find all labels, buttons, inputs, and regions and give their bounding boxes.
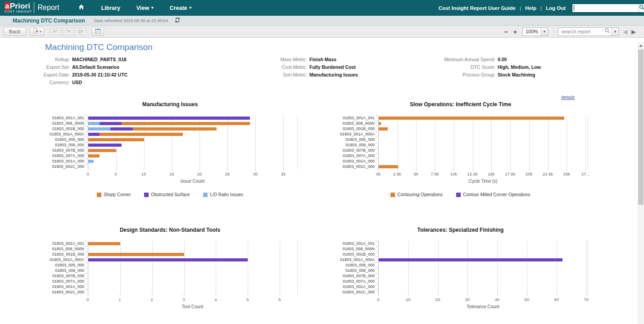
y-axis-label: 01803_007A_000 [333, 279, 378, 284]
meta-label: Process Group: [414, 71, 495, 79]
zoom-level-select[interactable]: 100% ▾ [522, 27, 548, 36]
undo-redo-group: ↶ ↷ ⟳ [49, 27, 86, 36]
chart-title: Manufacturing Issues [43, 101, 297, 108]
bar-segment[interactable] [88, 258, 248, 261]
report-search-button[interactable] [603, 28, 612, 36]
details-link[interactable]: details [561, 94, 575, 100]
x-tick-label: 30 [253, 171, 258, 176]
bar-segment[interactable] [379, 165, 398, 168]
refresh-data-button[interactable] [174, 17, 181, 25]
bar-segment[interactable] [88, 133, 100, 136]
global-search [572, 4, 640, 13]
y-axis-labels: 01803_001A_00101803_009_000N01803_001B_0… [43, 241, 88, 295]
redo-icon: ↷ [65, 28, 71, 35]
x-tick-mark [435, 169, 435, 171]
bar-row [88, 115, 297, 121]
bar-row [379, 164, 588, 169]
logo-rest: Priori [10, 2, 31, 10]
search-options-dropdown[interactable]: ▾ [612, 28, 618, 36]
reload-button[interactable]: ⟳ [75, 27, 86, 36]
logo-a-mark: a [5, 2, 10, 10]
home-button[interactable] [78, 4, 85, 12]
back-button[interactable]: Back [4, 27, 26, 36]
bar-row [379, 241, 588, 246]
report-metadata: Rollup:MACHINED_PARTS_018 Export Set:All… [0, 56, 644, 92]
undo-button[interactable]: ↶ [50, 27, 61, 36]
x-tick-label: 5 [114, 171, 117, 176]
report-search-input[interactable] [558, 28, 603, 36]
scroll-up-icon [639, 45, 643, 47]
global-search-input[interactable] [574, 4, 639, 12]
export-button[interactable]: ▾ [30, 27, 45, 36]
user-guide-link[interactable]: Cost Insight Report User Guide [439, 5, 516, 11]
x-tick-mark [378, 295, 379, 296]
x-tick-mark [184, 295, 184, 296]
x-tick-label: 7.5k [431, 171, 439, 176]
x-tick-mark [116, 169, 116, 171]
bar-segment[interactable] [110, 127, 132, 130]
bar-segment[interactable] [379, 127, 388, 130]
bar-segment[interactable] [88, 160, 94, 163]
y-axis-label: 01803_001B_000 [43, 126, 88, 131]
meta-label: Mass Metric: [239, 56, 307, 63]
help-link[interactable]: Help [525, 5, 536, 11]
x-tick-label: 15k [488, 171, 494, 176]
vertical-scrollbar[interactable] [638, 42, 644, 324]
legend-swatch [97, 193, 101, 197]
bar-segment[interactable] [100, 133, 183, 136]
toolbar-right: − + 100% ▾ ▾ ◀ ▶ [502, 27, 636, 36]
bar-segment[interactable] [88, 138, 144, 141]
bar-segment[interactable] [88, 144, 122, 147]
global-search-button[interactable] [639, 4, 644, 12]
y-axis-label: 01803_008_000 [43, 142, 88, 148]
y-axis-label: 01803_001C_000 [333, 289, 378, 295]
logout-link[interactable]: Log Out [546, 5, 566, 11]
scrollbar-up-button[interactable] [638, 42, 644, 49]
bar-segment[interactable] [133, 127, 217, 130]
bar-segment[interactable] [100, 122, 122, 125]
bar-row [379, 279, 588, 284]
x-tick-mark [586, 295, 587, 296]
bar-row [379, 142, 588, 148]
bar-row [379, 115, 588, 121]
bar-segment[interactable] [379, 117, 564, 120]
bar-segment[interactable] [88, 242, 120, 245]
legend-swatch [144, 193, 149, 197]
bar-segment[interactable] [88, 127, 110, 130]
bar-segment[interactable] [88, 122, 100, 125]
x-tick-label: 25k [563, 171, 570, 176]
zoom-in-button[interactable]: + [511, 28, 520, 36]
meta-label: Rollup: [0, 56, 70, 63]
bar-segment[interactable] [88, 149, 116, 152]
y-axis-label: 01803_008_000 [43, 268, 88, 273]
x-tick-label: 10 [406, 297, 411, 302]
bar-segment[interactable] [88, 117, 250, 120]
zoom-out-button[interactable]: − [502, 28, 511, 36]
nav-item-create[interactable]: Create ▾ [170, 5, 191, 11]
previous-page-button[interactable]: ◀ [623, 28, 627, 35]
bar-segment[interactable] [379, 258, 562, 261]
aprori-logo[interactable]: aPriori COST INSIGHT Report [5, 2, 59, 14]
page-title: Machining DTC Comparison [45, 42, 644, 52]
bar-segment[interactable] [88, 154, 100, 158]
x-tick-mark [548, 169, 548, 171]
report-toolbar: Back ▾ ↶ ↷ ⟳ − + 100% ▾ ▾ ◀ [0, 26, 644, 38]
y-axis-label: 01803_001B_000 [333, 252, 378, 257]
nav-item-library[interactable]: Library [101, 5, 120, 11]
y-axis-label: 01803_007A_000 [43, 153, 88, 158]
bar-row [88, 142, 297, 148]
nav-item-view[interactable]: View ▾ [136, 5, 154, 11]
undo-icon: ↶ [53, 28, 58, 35]
bar-segment[interactable] [122, 122, 250, 125]
redo-button[interactable]: ↷ [62, 27, 74, 36]
bar-segment[interactable] [379, 122, 381, 125]
bar-row [379, 158, 588, 164]
bar-segment[interactable] [88, 253, 184, 256]
toggle-panel-button[interactable] [92, 27, 104, 36]
next-page-button[interactable]: ▶ [631, 28, 636, 35]
y-axis-label: 01803_001A_001 [333, 115, 378, 121]
x-tick-label: 3 [182, 297, 185, 302]
tab-machining-dtc-comparison[interactable]: Machining DTC Comparison [13, 18, 85, 24]
x-tick-label: 27... [581, 171, 590, 176]
scrollbar-thumb[interactable] [638, 50, 644, 205]
